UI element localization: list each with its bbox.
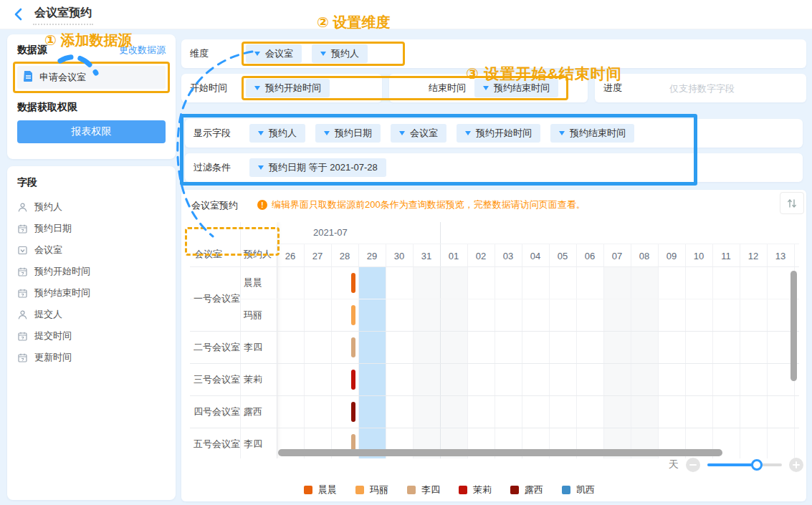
zoom-slider-fill — [707, 463, 757, 466]
gantt-bar[interactable] — [351, 402, 355, 422]
tag-label: 预约结束时间 — [570, 127, 626, 140]
filter-label: 过滤条件 — [194, 161, 249, 174]
tag-label: 会议室 — [265, 47, 293, 60]
gantt-bar[interactable] — [351, 370, 355, 390]
gantt-date-cell: 05 — [549, 245, 576, 266]
gantt-date-cell: 27 — [304, 245, 331, 266]
sort-button[interactable] — [780, 192, 804, 214]
gantt-bar[interactable] — [351, 305, 355, 325]
tag-label: 预约人 — [331, 47, 359, 60]
progress-field-input[interactable] — [668, 82, 798, 95]
field-item-label: 更新时间 — [34, 351, 72, 364]
field-item[interactable]: 预约结束时间 — [17, 282, 166, 304]
gantt-bar[interactable] — [351, 337, 355, 357]
field-item-label: 提交时间 — [34, 330, 72, 342]
person-label: 茉莉 — [244, 363, 262, 395]
gantt-date-cell: 29 — [358, 245, 386, 266]
fields-label: 字段 — [17, 176, 166, 189]
display-field-tag[interactable]: 预约开始时间 — [457, 124, 540, 143]
field-item[interactable]: 提交人 — [17, 304, 166, 325]
grid-vline — [740, 244, 740, 458]
gantt-date-cell: 07 — [603, 245, 631, 266]
caret-down-icon — [324, 131, 330, 135]
room-label: 二号会议室 — [194, 331, 240, 363]
field-item-label: 预约结束时间 — [34, 287, 90, 299]
room-label: 五号会议室 — [194, 428, 240, 458]
field-item[interactable]: 会议室 — [17, 239, 166, 261]
field-item-label: 提交人 — [34, 308, 62, 321]
grid-vline — [603, 244, 604, 458]
datasource-item-label: 申请会议室 — [39, 71, 86, 84]
month-row-line — [277, 244, 799, 244]
start-time-tag[interactable]: 预约开始时间 — [246, 79, 330, 97]
back-button[interactable] — [11, 8, 24, 21]
start-time-label: 开始时间 — [190, 82, 246, 95]
dimension-tag[interactable]: 会议室 — [246, 44, 302, 63]
gantt-date-cell: 03 — [495, 245, 522, 266]
report-permission-button[interactable]: 报表权限 — [17, 120, 166, 143]
legend-item[interactable]: 晨晨 — [304, 484, 337, 496]
dimension-tag[interactable]: 预约人 — [312, 44, 368, 63]
user-icon — [17, 202, 28, 213]
legend-item[interactable]: 露西 — [510, 484, 543, 496]
gantt-date-cell: 11 — [712, 245, 740, 266]
top-bar: 会议室预约 — [0, 0, 812, 29]
display-field-tag[interactable]: 预约结束时间 — [550, 124, 634, 143]
caret-down-icon — [320, 52, 326, 56]
field-item[interactable]: 预约开始时间 — [17, 261, 166, 282]
datasource-label: 数据源 — [17, 44, 47, 57]
grid-vline — [467, 244, 468, 458]
field-item[interactable]: 预约日期 — [17, 218, 166, 239]
grid-vline — [304, 244, 305, 458]
field-item[interactable]: 提交时间 — [17, 325, 166, 347]
progress-row: 进度 — [595, 74, 806, 102]
dimension-label: 维度 — [190, 47, 246, 60]
legend-item[interactable]: 茉莉 — [459, 484, 492, 496]
display-field-tag[interactable]: 预约人 — [249, 124, 305, 143]
vertical-scrollbar[interactable] — [790, 271, 797, 381]
person-label: 晨晨 — [244, 266, 262, 299]
person-label: 李四 — [244, 331, 262, 363]
highlighted-date-column — [358, 266, 386, 458]
zoom-slider-track[interactable] — [707, 463, 782, 466]
room-column-header: 会议室 — [194, 248, 222, 261]
row-group-line — [190, 428, 799, 428]
tag-label: 预约开始时间 — [265, 82, 321, 95]
person-column-header: 预约人 — [244, 248, 272, 261]
doc-icon — [24, 71, 33, 84]
horizontal-scrollbar[interactable] — [278, 449, 722, 456]
gantt-date-cell: 10 — [685, 245, 712, 266]
legend-item[interactable]: 凯西 — [562, 484, 595, 496]
annotation-step3: ③ 设置开始&结束时间 — [466, 64, 622, 84]
chevron-left-icon — [14, 8, 22, 21]
zoom-out-button[interactable] — [686, 458, 700, 472]
gantt-bar[interactable] — [351, 273, 355, 293]
grid-vline — [685, 244, 686, 458]
tag-label: 预约开始时间 — [476, 127, 532, 140]
gantt-date-cell: 02 — [467, 245, 495, 266]
filter-tag[interactable]: 预约日期 等于 2021-07-28 — [249, 158, 386, 177]
caret-down-icon — [559, 131, 565, 135]
row-group-line — [190, 395, 799, 396]
display-fields-label: 显示字段 — [194, 127, 249, 140]
display-field-tag[interactable]: 预约日期 — [315, 124, 381, 143]
field-item[interactable]: 更新时间 — [17, 347, 166, 368]
legend-label: 晨晨 — [318, 484, 337, 496]
start-time-row: 开始时间 预约开始时间 — [181, 74, 382, 102]
grid-vline — [576, 244, 577, 458]
caret-down-icon — [399, 131, 405, 135]
field-item[interactable]: 预约人 — [17, 196, 166, 218]
gantt-date-cell: 30 — [386, 245, 413, 266]
display-field-tag[interactable]: 会议室 — [391, 124, 446, 143]
legend-item[interactable]: 李四 — [407, 484, 440, 496]
calendar-icon — [17, 266, 28, 277]
gantt-date-cell: 26 — [277, 245, 304, 266]
datasource-item[interactable]: 申请会议室 — [17, 66, 166, 89]
room-label: 四号会议室 — [194, 395, 240, 428]
grid-vline — [549, 244, 550, 458]
zoom-in-button[interactable] — [789, 458, 803, 472]
field-item-label: 会议室 — [34, 244, 62, 256]
calendar-icon — [17, 223, 28, 234]
legend-item[interactable]: 玛丽 — [355, 484, 388, 496]
zoom-slider-thumb[interactable] — [751, 459, 763, 471]
